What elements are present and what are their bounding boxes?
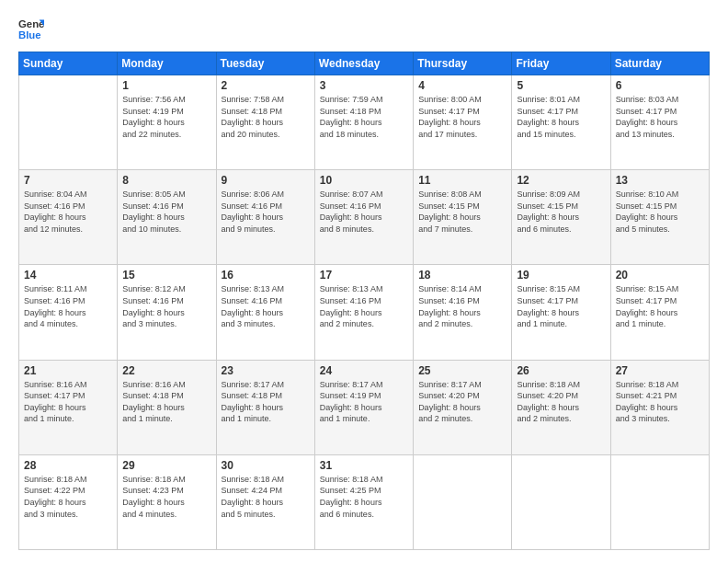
col-header-saturday: Saturday bbox=[610, 52, 709, 75]
col-header-tuesday: Tuesday bbox=[216, 52, 314, 75]
calendar-cell: 10Sunrise: 8:07 AM Sunset: 4:16 PM Dayli… bbox=[314, 170, 413, 265]
cell-info: Sunrise: 8:18 AM Sunset: 4:21 PM Dayligh… bbox=[616, 379, 704, 425]
calendar-cell: 15Sunrise: 8:12 AM Sunset: 4:16 PM Dayli… bbox=[118, 265, 216, 360]
calendar-cell: 20Sunrise: 8:15 AM Sunset: 4:17 PM Dayli… bbox=[610, 265, 709, 360]
cell-info: Sunrise: 8:09 AM Sunset: 4:15 PM Dayligh… bbox=[517, 189, 605, 235]
day-number: 19 bbox=[517, 269, 605, 282]
day-number: 11 bbox=[418, 174, 506, 187]
calendar-cell: 8Sunrise: 8:05 AM Sunset: 4:16 PM Daylig… bbox=[118, 170, 216, 265]
cell-info: Sunrise: 8:08 AM Sunset: 4:15 PM Dayligh… bbox=[418, 189, 506, 235]
svg-text:Blue: Blue bbox=[18, 29, 41, 40]
calendar-cell: 31Sunrise: 8:18 AM Sunset: 4:25 PM Dayli… bbox=[314, 454, 413, 549]
cell-info: Sunrise: 8:10 AM Sunset: 4:15 PM Dayligh… bbox=[616, 189, 704, 235]
calendar-week-row: 14Sunrise: 8:11 AM Sunset: 4:16 PM Dayli… bbox=[19, 265, 710, 360]
calendar-cell: 13Sunrise: 8:10 AM Sunset: 4:15 PM Dayli… bbox=[610, 170, 709, 265]
calendar-cell: 28Sunrise: 8:18 AM Sunset: 4:22 PM Dayli… bbox=[19, 454, 118, 549]
calendar-cell: 22Sunrise: 8:16 AM Sunset: 4:18 PM Dayli… bbox=[118, 360, 216, 454]
calendar-cell bbox=[512, 454, 610, 549]
day-number: 13 bbox=[616, 174, 704, 187]
cell-info: Sunrise: 8:01 AM Sunset: 4:17 PM Dayligh… bbox=[517, 94, 605, 140]
col-header-wednesday: Wednesday bbox=[314, 52, 413, 75]
calendar-cell: 19Sunrise: 8:15 AM Sunset: 4:17 PM Dayli… bbox=[512, 265, 610, 360]
day-number: 22 bbox=[122, 364, 210, 377]
page: General Blue SundayMondayTuesdayWednesda… bbox=[0, 0, 728, 563]
cell-info: Sunrise: 8:18 AM Sunset: 4:23 PM Dayligh… bbox=[122, 474, 210, 520]
cell-info: Sunrise: 8:14 AM Sunset: 4:16 PM Dayligh… bbox=[418, 283, 506, 329]
col-header-monday: Monday bbox=[118, 52, 216, 75]
cell-info: Sunrise: 7:59 AM Sunset: 4:18 PM Dayligh… bbox=[320, 94, 408, 140]
day-number: 28 bbox=[24, 459, 112, 472]
day-number: 5 bbox=[517, 79, 605, 92]
logo: General Blue bbox=[18, 17, 44, 42]
day-number: 21 bbox=[24, 364, 112, 377]
calendar-cell: 18Sunrise: 8:14 AM Sunset: 4:16 PM Dayli… bbox=[414, 265, 512, 360]
calendar-cell bbox=[19, 75, 118, 170]
calendar-week-row: 7Sunrise: 8:04 AM Sunset: 4:16 PM Daylig… bbox=[19, 170, 710, 265]
day-number: 29 bbox=[122, 459, 210, 472]
day-number: 26 bbox=[517, 364, 605, 377]
calendar-cell: 21Sunrise: 8:16 AM Sunset: 4:17 PM Dayli… bbox=[19, 360, 118, 454]
header: General Blue bbox=[18, 17, 710, 42]
day-number: 3 bbox=[320, 79, 408, 92]
calendar-cell: 29Sunrise: 8:18 AM Sunset: 4:23 PM Dayli… bbox=[118, 454, 216, 549]
cell-info: Sunrise: 8:18 AM Sunset: 4:24 PM Dayligh… bbox=[222, 474, 310, 520]
col-header-thursday: Thursday bbox=[414, 52, 512, 75]
day-number: 10 bbox=[320, 174, 408, 187]
col-header-friday: Friday bbox=[512, 52, 610, 75]
calendar-cell: 12Sunrise: 8:09 AM Sunset: 4:15 PM Dayli… bbox=[512, 170, 610, 265]
cell-info: Sunrise: 8:13 AM Sunset: 4:16 PM Dayligh… bbox=[222, 283, 310, 329]
calendar-cell: 27Sunrise: 8:18 AM Sunset: 4:21 PM Dayli… bbox=[610, 360, 709, 454]
calendar-cell bbox=[414, 454, 512, 549]
cell-info: Sunrise: 8:00 AM Sunset: 4:17 PM Dayligh… bbox=[418, 94, 506, 140]
day-number: 18 bbox=[418, 269, 506, 282]
cell-info: Sunrise: 8:17 AM Sunset: 4:19 PM Dayligh… bbox=[320, 379, 408, 425]
cell-info: Sunrise: 8:18 AM Sunset: 4:20 PM Dayligh… bbox=[517, 379, 605, 425]
cell-info: Sunrise: 7:58 AM Sunset: 4:18 PM Dayligh… bbox=[222, 94, 310, 140]
calendar-cell: 4Sunrise: 8:00 AM Sunset: 4:17 PM Daylig… bbox=[414, 75, 512, 170]
calendar-cell: 6Sunrise: 8:03 AM Sunset: 4:17 PM Daylig… bbox=[610, 75, 709, 170]
calendar-cell: 7Sunrise: 8:04 AM Sunset: 4:16 PM Daylig… bbox=[19, 170, 118, 265]
day-number: 23 bbox=[222, 364, 310, 377]
cell-info: Sunrise: 8:16 AM Sunset: 4:18 PM Dayligh… bbox=[122, 379, 210, 425]
day-number: 12 bbox=[517, 174, 605, 187]
col-header-sunday: Sunday bbox=[19, 52, 118, 75]
day-number: 27 bbox=[616, 364, 704, 377]
calendar-cell: 5Sunrise: 8:01 AM Sunset: 4:17 PM Daylig… bbox=[512, 75, 610, 170]
calendar-cell: 1Sunrise: 7:56 AM Sunset: 4:19 PM Daylig… bbox=[118, 75, 216, 170]
day-number: 25 bbox=[418, 364, 506, 377]
cell-info: Sunrise: 8:04 AM Sunset: 4:16 PM Dayligh… bbox=[24, 189, 112, 235]
day-number: 20 bbox=[616, 269, 704, 282]
day-number: 30 bbox=[222, 459, 310, 472]
calendar-cell: 9Sunrise: 8:06 AM Sunset: 4:16 PM Daylig… bbox=[216, 170, 314, 265]
cell-info: Sunrise: 8:17 AM Sunset: 4:20 PM Dayligh… bbox=[418, 379, 506, 425]
cell-info: Sunrise: 8:11 AM Sunset: 4:16 PM Dayligh… bbox=[24, 283, 112, 329]
day-number: 8 bbox=[122, 174, 210, 187]
calendar-week-row: 28Sunrise: 8:18 AM Sunset: 4:22 PM Dayli… bbox=[19, 454, 710, 549]
calendar-cell: 3Sunrise: 7:59 AM Sunset: 4:18 PM Daylig… bbox=[314, 75, 413, 170]
cell-info: Sunrise: 7:56 AM Sunset: 4:19 PM Dayligh… bbox=[122, 94, 210, 140]
cell-info: Sunrise: 8:03 AM Sunset: 4:17 PM Dayligh… bbox=[616, 94, 704, 140]
calendar-week-row: 21Sunrise: 8:16 AM Sunset: 4:17 PM Dayli… bbox=[19, 360, 710, 454]
calendar-cell: 24Sunrise: 8:17 AM Sunset: 4:19 PM Dayli… bbox=[314, 360, 413, 454]
cell-info: Sunrise: 8:06 AM Sunset: 4:16 PM Dayligh… bbox=[222, 189, 310, 235]
cell-info: Sunrise: 8:16 AM Sunset: 4:17 PM Dayligh… bbox=[24, 379, 112, 425]
calendar-cell: 25Sunrise: 8:17 AM Sunset: 4:20 PM Dayli… bbox=[414, 360, 512, 454]
day-number: 6 bbox=[616, 79, 704, 92]
calendar-cell bbox=[610, 454, 709, 549]
day-number: 17 bbox=[320, 269, 408, 282]
calendar-cell: 2Sunrise: 7:58 AM Sunset: 4:18 PM Daylig… bbox=[216, 75, 314, 170]
calendar-cell: 11Sunrise: 8:08 AM Sunset: 4:15 PM Dayli… bbox=[414, 170, 512, 265]
cell-info: Sunrise: 8:12 AM Sunset: 4:16 PM Dayligh… bbox=[122, 283, 210, 329]
calendar-cell: 26Sunrise: 8:18 AM Sunset: 4:20 PM Dayli… bbox=[512, 360, 610, 454]
cell-info: Sunrise: 8:15 AM Sunset: 4:17 PM Dayligh… bbox=[517, 283, 605, 329]
day-number: 9 bbox=[222, 174, 310, 187]
day-number: 31 bbox=[320, 459, 408, 472]
day-number: 2 bbox=[222, 79, 310, 92]
cell-info: Sunrise: 8:18 AM Sunset: 4:22 PM Dayligh… bbox=[24, 474, 112, 520]
day-number: 4 bbox=[418, 79, 506, 92]
calendar-week-row: 1Sunrise: 7:56 AM Sunset: 4:19 PM Daylig… bbox=[19, 75, 710, 170]
day-number: 24 bbox=[320, 364, 408, 377]
day-number: 14 bbox=[24, 269, 112, 282]
logo-icon: General Blue bbox=[18, 17, 44, 42]
cell-info: Sunrise: 8:13 AM Sunset: 4:16 PM Dayligh… bbox=[320, 283, 408, 329]
